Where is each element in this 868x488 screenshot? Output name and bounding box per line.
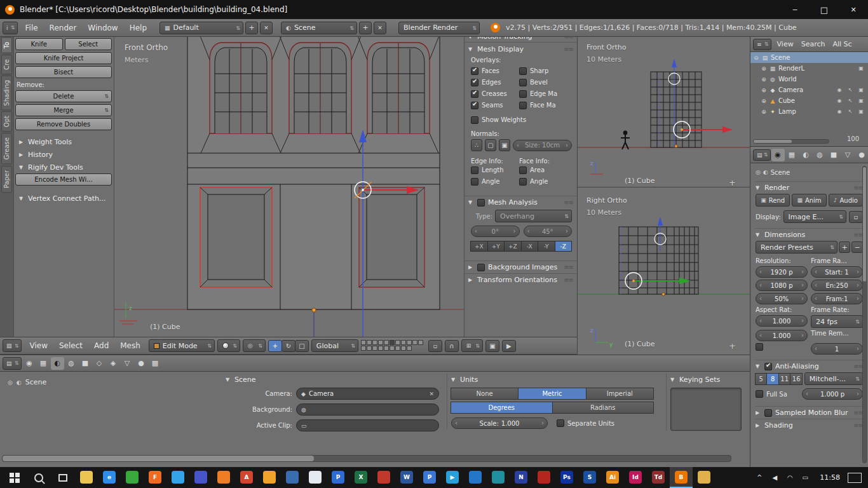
aspect-y-field[interactable]: 1.000 xyxy=(756,330,808,341)
renderability-camera-icon[interactable]: ▣ xyxy=(857,109,865,114)
pin-icon[interactable]: ◎ xyxy=(756,169,761,175)
layer-toggle[interactable] xyxy=(378,340,383,345)
unit-system-option[interactable]: None xyxy=(451,388,519,400)
taskbar-app-button[interactable] xyxy=(372,467,395,488)
taskbar-app-button[interactable]: Ai xyxy=(601,467,624,488)
unit-system-option[interactable]: Metric xyxy=(518,388,586,400)
mode-dropdown[interactable]: Edit Mode xyxy=(149,339,215,352)
taskbar-app-button[interactable]: Id xyxy=(624,467,647,488)
mesh-analysis-checkbox[interactable] xyxy=(477,199,485,207)
checkbox[interactable] xyxy=(471,102,478,109)
action-center-icon[interactable] xyxy=(848,473,862,483)
tray-network-icon[interactable]: ◠ xyxy=(783,474,797,481)
outliner-row[interactable]: ⊕ ◍ World xyxy=(750,74,868,85)
menubar-item[interactable]: File xyxy=(20,24,44,32)
transform-orientations-panel-header[interactable]: Transform Orientations xyxy=(465,273,577,286)
units-panel-header[interactable]: Units xyxy=(451,373,654,386)
taskbar-app-button[interactable]: ▶ xyxy=(441,467,464,488)
resolution-percent-field[interactable]: 50% xyxy=(756,293,808,304)
layer-toggle[interactable] xyxy=(412,340,417,345)
outliner-row[interactable]: ⊕ ▲ Cube ◉ ↖ ▣ xyxy=(750,95,868,106)
close-button[interactable] xyxy=(839,0,868,19)
layer-toggle[interactable] xyxy=(418,340,423,345)
unit-rotation-option[interactable]: Degrees xyxy=(451,402,553,414)
tool-shelf-tab[interactable]: Paper xyxy=(1,166,12,193)
editor-type-button-info[interactable]: i xyxy=(3,22,18,34)
outliner-row[interactable]: ⊕ ◆ Camera ◉ ↖ ▣ xyxy=(750,85,868,95)
layer-toggle[interactable] xyxy=(401,340,406,345)
tray-volume-icon[interactable]: ◀ xyxy=(768,474,782,481)
checkbox[interactable] xyxy=(471,178,478,186)
axis-toggle[interactable]: +Z xyxy=(504,241,522,252)
info-checkbox[interactable]: Length xyxy=(471,165,519,175)
overlay-checkbox[interactable]: Seams xyxy=(471,100,519,111)
checkbox[interactable] xyxy=(519,166,527,174)
taskbar-app-button[interactable] xyxy=(464,467,487,488)
panel-grip-icon[interactable] xyxy=(564,46,573,53)
taskbar-app-button[interactable] xyxy=(212,467,235,488)
checkbox[interactable] xyxy=(519,67,527,75)
expander-icon[interactable]: ⊕ xyxy=(761,98,767,104)
add-scene-button[interactable] xyxy=(359,22,372,34)
overlay-checkbox[interactable]: Bevel xyxy=(519,77,572,88)
info-checkbox[interactable]: Angle xyxy=(519,176,572,187)
active-clip-field[interactable]: ▭ xyxy=(296,419,439,431)
layer-toggle[interactable] xyxy=(401,346,406,351)
outliner-hscrollbar[interactable] xyxy=(753,139,829,144)
selectability-icon[interactable]: ↖ xyxy=(846,98,855,104)
snap-toggle[interactable]: ∩ xyxy=(445,340,459,352)
renderability-camera-icon[interactable]: ▣ xyxy=(857,98,865,104)
axis-toggle[interactable]: -Y xyxy=(538,241,555,252)
aa-sample-toggle[interactable]: 5 xyxy=(755,373,767,385)
layer-toggle[interactable] xyxy=(384,340,389,345)
manipulator-scale-toggle[interactable]: □ xyxy=(295,340,309,352)
taskbar-app-button[interactable] xyxy=(121,467,144,488)
aspect-x-field[interactable]: 1.000 xyxy=(756,315,808,327)
properties-tab[interactable]: ◇ xyxy=(93,357,106,370)
taskbar-app-button[interactable] xyxy=(532,467,555,488)
viewport-shading-dropdown[interactable] xyxy=(217,339,240,352)
properties-tab[interactable]: ▩ xyxy=(149,357,162,370)
outliner-menu-item[interactable]: All Sc xyxy=(829,40,855,48)
properties-tab[interactable]: ◐ xyxy=(51,357,64,370)
knife-button[interactable]: Knife xyxy=(15,38,63,50)
collapsed-header-plus-icon[interactable]: + xyxy=(729,178,736,187)
taskbar-app-button[interactable] xyxy=(166,467,189,488)
overlay-checkbox[interactable]: Face Ma xyxy=(519,100,572,111)
delete-scene-button[interactable] xyxy=(374,22,386,34)
axis-toggle[interactable]: +X xyxy=(470,241,488,252)
border-checkbox[interactable] xyxy=(756,343,763,351)
scene-lock-toggle[interactable]: ▫ xyxy=(428,340,442,352)
layer-toggle[interactable] xyxy=(390,340,395,345)
opengl-render-button[interactable]: ▣ xyxy=(485,340,499,352)
taskbar-app-button[interactable]: X xyxy=(349,467,372,488)
checkbox[interactable] xyxy=(471,79,478,86)
camera-field[interactable]: ◆ Camera ✕ xyxy=(296,388,439,400)
frame-step-field[interactable]: Fram:1 xyxy=(811,293,863,304)
viewport-right-ortho[interactable]: z y Right Ortho 10 Meters (1) Cube + xyxy=(577,187,750,355)
renderability-camera-icon[interactable]: ▣ xyxy=(857,87,865,93)
overlay-checkbox[interactable]: Edge Ma xyxy=(519,88,572,99)
outliner-menu-item[interactable]: View xyxy=(773,40,797,48)
visibility-eye-icon[interactable]: ◉ xyxy=(835,87,844,93)
maximize-button[interactable] xyxy=(810,0,839,19)
layer-toggle[interactable] xyxy=(395,340,400,345)
layer-toggle[interactable] xyxy=(407,346,412,351)
manipulator-translate-toggle[interactable]: + xyxy=(268,340,282,352)
vertex-normals-toggle[interactable]: ∴ xyxy=(471,139,482,151)
frame-end-field[interactable]: En:250 xyxy=(811,280,863,291)
add-preset-button[interactable] xyxy=(839,241,850,253)
properties-tab[interactable]: ◉ xyxy=(23,357,36,370)
aa-filter-dropdown[interactable]: Mitchell-... xyxy=(804,372,863,385)
render-audio-button[interactable]: ♪Audio xyxy=(829,194,863,207)
axis-toggle[interactable]: +Y xyxy=(487,241,505,252)
loose-edge-normals-toggle[interactable]: ▢ xyxy=(485,139,496,151)
taskbar-app-button[interactable]: Td xyxy=(647,467,670,488)
renderability-camera-icon[interactable]: ▣ xyxy=(857,65,865,71)
background-images-checkbox[interactable] xyxy=(477,264,485,271)
analysis-min-field[interactable]: 0° xyxy=(471,226,520,237)
background-images-panel-header[interactable]: Background Images xyxy=(465,261,577,273)
history-panel-header[interactable]: History xyxy=(15,148,112,161)
snap-element-dropdown[interactable]: ⊞ xyxy=(461,339,483,352)
taskbar-app-button[interactable] xyxy=(487,467,510,488)
